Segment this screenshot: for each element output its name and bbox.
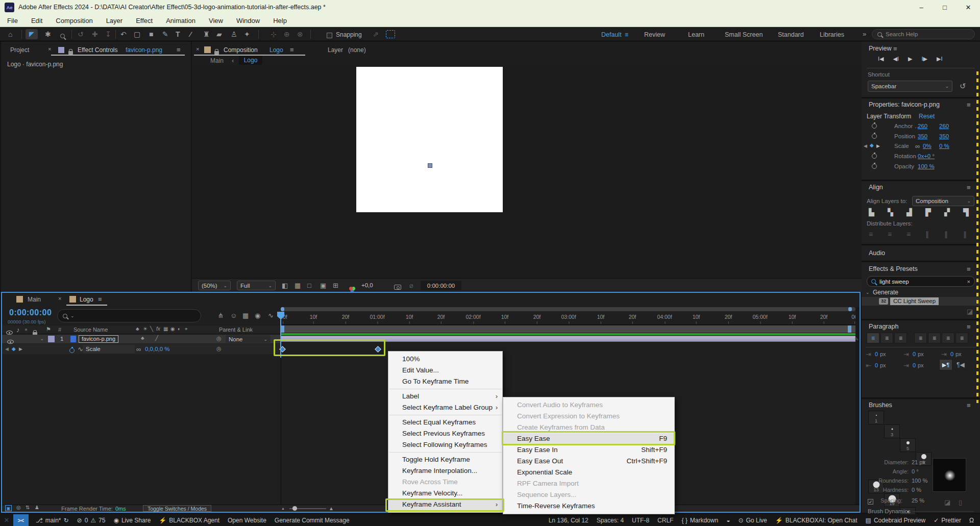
previous-frame-button[interactable]: ◀I (893, 56, 899, 62)
search-help-input[interactable]: Search Help (872, 29, 975, 39)
group-expand-caret-icon[interactable]: ⌄ (866, 290, 870, 295)
effects-group-generate[interactable]: Generate (873, 289, 898, 296)
orbit-camera-tool-icon[interactable]: ↺ (78, 30, 84, 38)
position-stopwatch-icon[interactable] (872, 133, 877, 140)
copilot-icon[interactable]: ◒ (726, 517, 730, 524)
breadcrumb-current[interactable]: Logo (239, 56, 262, 65)
snapshot-camera-icon[interactable] (394, 283, 401, 292)
shy-layers-icon[interactable]: ☺ (230, 312, 237, 319)
remote-indicator[interactable]: >< (13, 514, 29, 526)
rotation-tool-icon[interactable]: ↶ (120, 30, 127, 38)
mask-tool-icon[interactable]: ▢ (134, 30, 140, 38)
align-top-icon[interactable]: ▛ (925, 208, 931, 216)
graph-editor-icon[interactable]: ∿ (268, 312, 274, 319)
opacity-value[interactable]: 100 % (918, 163, 935, 169)
align-bottom-icon[interactable]: ▜ (963, 208, 969, 216)
menu-item-label[interactable]: Label› (388, 391, 502, 402)
close-button[interactable]: ✕ (957, 0, 980, 14)
brush-preset[interactable]: 5 (900, 438, 916, 452)
live-share-button[interactable]: ◉Live Share (113, 517, 151, 524)
brush-preset[interactable]: 1 (868, 411, 884, 424)
layer-name[interactable]: favicon-p.png (79, 335, 118, 343)
delete-brush-icon[interactable]: ▯ (959, 499, 962, 506)
shy-toggle-icon[interactable]: ♟ (35, 505, 39, 510)
keyframe-toggle-icon[interactable]: ◆ (870, 142, 874, 148)
align-text-center-button[interactable]: ≡ (880, 333, 893, 343)
parent-pickwhip-icon[interactable]: ◎ (216, 336, 222, 341)
keyframe-nav-next-icon[interactable]: ▶ (19, 346, 22, 352)
navigator-start-handle[interactable] (281, 307, 284, 311)
align-text-right-button[interactable]: ≡ (894, 333, 907, 343)
panel-menu-icon[interactable]: ≡ (967, 101, 971, 109)
reset-button[interactable]: Reset (919, 113, 935, 120)
rotation-stopwatch-icon[interactable] (872, 153, 877, 160)
resolution-dropdown[interactable]: Full⌄ (237, 281, 276, 290)
shortcut-dropdown[interactable]: Spacebar⌄ (868, 81, 952, 92)
capture-region-icon[interactable] (386, 30, 395, 38)
brush-tool-icon[interactable]: ∕ (190, 30, 191, 38)
effects-search-input[interactable]: light sweep × (867, 276, 975, 287)
anchor-x-value[interactable]: 260 (918, 123, 927, 129)
toggle-switches-modes-button[interactable]: Toggle Switches / Modes (143, 505, 211, 512)
opacity-stopwatch-icon[interactable] (872, 163, 877, 170)
column-toggle-icon[interactable]: ⇅ (26, 505, 30, 510)
vscode-logo-icon[interactable]: ✕ (0, 514, 13, 526)
menu-window[interactable]: Window (236, 17, 260, 24)
workspace-learn[interactable]: Learn (688, 31, 704, 38)
roto-brush-tool-icon[interactable]: ♙ (231, 30, 237, 38)
hardness-value[interactable]: 0 % (912, 487, 921, 493)
eraser-tool-icon[interactable]: ▰ (216, 30, 222, 38)
draft-3d-icon[interactable]: ◎ (16, 505, 21, 510)
puppet-pin-tool-icon[interactable]: ✦ (244, 30, 250, 38)
generate-commit-message-button[interactable]: Generate Commit Message (275, 517, 350, 524)
space-after-value[interactable]: 0 (913, 362, 916, 368)
brush-dynamics-label[interactable]: Brush Dynamics (868, 508, 911, 514)
keyframe-toggle-icon[interactable]: ◆ (12, 346, 16, 352)
distribute-center-h-icon[interactable]: ∥ (944, 230, 948, 238)
menu-item-select-equal-keyframes[interactable]: Select Equal Keyframes (388, 417, 502, 428)
align-center-horizontal-icon[interactable]: ▚ (888, 208, 893, 216)
snapping-checkbox[interactable] (327, 31, 332, 40)
menu-item-keyframe-velocity[interactable]: Keyframe Velocity... (388, 488, 502, 499)
new-brush-icon[interactable]: ◪ (944, 499, 950, 506)
pixel-aspect-icon[interactable]: ⊞ (333, 282, 338, 289)
submenu-item-time-reverse-keyframes[interactable]: Time-Reverse Keyframes (503, 500, 674, 512)
play-button[interactable]: ▶ (908, 56, 912, 62)
selection-tool-icon[interactable]: ◤ (26, 29, 38, 39)
composition-canvas[interactable] (356, 67, 503, 212)
clone-stamp-tool-icon[interactable]: ♜ (203, 30, 210, 38)
keyframe-diamond[interactable] (375, 346, 381, 353)
distribute-center-v-icon[interactable]: ≡ (888, 230, 892, 238)
menu-item-select-keyframe-label-group[interactable]: Select Keyframe Label Group› (388, 402, 502, 413)
scale-y-value[interactable]: 0 % (939, 143, 949, 149)
tab-composition[interactable]: Composition (224, 46, 258, 54)
align-left-icon[interactable]: ▙ (869, 208, 874, 216)
cursor-position-status[interactable]: Ln 136, Col 12 (549, 517, 589, 524)
workspace-standard[interactable]: Standard (778, 31, 804, 38)
keyframe-nav-next-icon[interactable]: ▶ (876, 143, 880, 148)
panel-menu-icon[interactable]: ≡ (290, 46, 294, 54)
layer-anchor-handle[interactable] (428, 163, 432, 168)
panel-menu-icon[interactable]: ≡ (98, 295, 102, 303)
source-name-column[interactable]: Source Name (74, 327, 108, 333)
rectangle-tool-icon[interactable]: ■ (149, 30, 153, 38)
effect-item-name[interactable]: CC Light Sweep (890, 297, 939, 305)
menu-edit[interactable]: Edit (31, 17, 42, 24)
menu-item-select-previous-keyframes[interactable]: Select Previous Keyframes (388, 428, 502, 439)
position-x-value[interactable]: 350 (918, 133, 927, 139)
clear-search-icon[interactable]: × (967, 279, 970, 285)
indent-right-value[interactable]: 0 (875, 362, 878, 368)
maximize-button[interactable]: □ (933, 0, 957, 14)
keyframe-nav-previous-icon[interactable]: ◀ (864, 143, 867, 148)
work-area-end-handle[interactable] (848, 325, 851, 333)
expand-icon[interactable]: ⇗ (373, 30, 379, 38)
encoding-status[interactable]: UTF-8 (632, 517, 649, 524)
parent-dropdown[interactable]: None⌄ (226, 335, 271, 343)
menu-file[interactable]: File (7, 17, 18, 24)
layer-duration-bar[interactable] (281, 336, 855, 342)
anchor-y-value[interactable]: 260 (939, 123, 949, 129)
time-ruler[interactable]: :00f 10f 20f 01:00f 10f 20f 02:00f 10f 2… (281, 312, 855, 325)
home-icon[interactable]: ⌂ (8, 30, 12, 38)
panel-menu-icon[interactable]: ≡ (967, 323, 971, 331)
anchor-stopwatch-icon[interactable] (872, 123, 877, 130)
